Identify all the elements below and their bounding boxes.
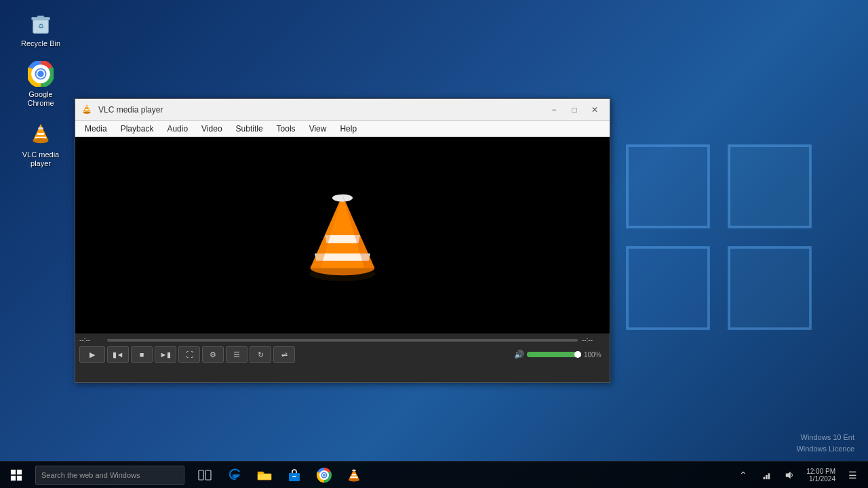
chrome-label: Google Chrome xyxy=(16,90,65,108)
menu-help[interactable]: Help xyxy=(333,121,363,136)
taskbar-chrome[interactable] xyxy=(309,462,339,488)
vlc-video-area xyxy=(75,137,610,333)
svg-rect-40 xyxy=(258,474,271,480)
taskbar-search[interactable] xyxy=(35,466,184,485)
svg-rect-52 xyxy=(764,476,766,479)
vlc-cone-logo xyxy=(295,188,390,283)
svg-marker-48 xyxy=(350,476,358,479)
win10-watermark: Windows 10 Ent Windows Licence xyxy=(796,432,854,454)
vlc-volume-label: 100% xyxy=(584,351,606,359)
vlc-volume-bar[interactable] xyxy=(527,352,581,357)
taskbar-network-icon[interactable] xyxy=(756,465,776,485)
svg-point-19 xyxy=(33,138,49,143)
taskbar-file-explorer[interactable] xyxy=(250,462,279,488)
svg-point-46 xyxy=(323,474,326,476)
taskbar-date: 1/1/2024 xyxy=(809,475,835,483)
svg-rect-39 xyxy=(205,470,211,480)
vlc-desktop-label: VLC media player xyxy=(16,150,65,168)
loop-button[interactable]: ↻ xyxy=(250,346,271,363)
vlc-buttons-row: ▶ ▮◄ ■ ►▮ ⛶ ⚙ ☰ ↻ ⇌ 🔊 100% xyxy=(79,346,606,363)
svg-marker-30 xyxy=(325,235,360,243)
vlc-volume-fill xyxy=(527,352,581,357)
vlc-desktop-icon[interactable]: VLC media player xyxy=(14,118,68,171)
vlc-title-icon xyxy=(81,104,93,116)
svg-point-25 xyxy=(85,106,88,107)
svg-rect-42 xyxy=(292,476,296,477)
svg-rect-7 xyxy=(729,247,810,329)
menu-subtitle[interactable]: Subtitle xyxy=(229,121,270,136)
vlc-controls: --:-- --:-- ▶ ▮◄ ■ ►▮ ⛶ ⚙ ☰ ↻ ⇌ 🔊 xyxy=(75,333,610,382)
recycle-bin-image: ♻ xyxy=(27,9,54,37)
taskbar-task-view[interactable] xyxy=(190,462,220,488)
menu-view[interactable]: View xyxy=(302,121,334,136)
vlc-progress-row: --:-- --:-- xyxy=(79,336,606,344)
taskbar-store[interactable] xyxy=(279,462,309,488)
search-input[interactable] xyxy=(41,471,178,479)
taskbar: ⌃ 12:00 PM 1/1/2024 xyxy=(0,461,868,488)
taskbar-notification-icon[interactable]: ☰ xyxy=(842,465,863,485)
desktop: ♻ Recycle Bin xyxy=(0,0,868,488)
vlc-volume-section: 🔊 100% xyxy=(514,350,606,359)
vlc-volume-handle xyxy=(574,351,581,358)
taskbar-edge[interactable] xyxy=(220,462,250,488)
taskbar-apps xyxy=(190,462,369,488)
chrome-image xyxy=(27,60,54,87)
playlist-button[interactable]: ☰ xyxy=(226,346,248,363)
svg-rect-37 xyxy=(17,475,22,480)
svg-rect-38 xyxy=(199,470,203,480)
svg-rect-53 xyxy=(766,475,768,479)
next-button[interactable]: ►▮ xyxy=(155,346,176,363)
vlc-window-controls: − □ ✕ xyxy=(545,102,604,117)
svg-rect-10 xyxy=(37,16,44,18)
stop-button[interactable]: ■ xyxy=(131,346,153,363)
random-button[interactable]: ⇌ xyxy=(273,346,295,363)
svg-point-51 xyxy=(352,469,356,470)
close-button[interactable]: ✕ xyxy=(585,102,604,117)
taskbar-right: ⌃ 12:00 PM 1/1/2024 xyxy=(733,465,868,485)
svg-rect-5 xyxy=(729,146,810,227)
recycle-bin-icon[interactable]: ♻ Recycle Bin xyxy=(14,7,68,51)
taskbar-clock[interactable]: 12:00 PM 1/1/2024 xyxy=(802,468,840,483)
menu-audio[interactable]: Audio xyxy=(160,121,195,136)
menu-media[interactable]: Media xyxy=(78,121,114,136)
svg-point-32 xyxy=(332,195,353,202)
svg-point-50 xyxy=(349,478,359,481)
svg-rect-54 xyxy=(768,473,770,479)
desktop-icons: ♻ Recycle Bin xyxy=(14,7,68,171)
fullscreen-button[interactable]: ⛶ xyxy=(178,346,200,363)
taskbar-time: 12:00 PM xyxy=(806,468,835,475)
vlc-title-text: VLC media player xyxy=(98,105,545,115)
svg-rect-6 xyxy=(627,247,709,329)
svg-rect-4 xyxy=(627,146,709,227)
minimize-button[interactable]: − xyxy=(545,102,564,117)
taskbar-volume-icon[interactable] xyxy=(779,465,800,485)
vlc-desktop-image xyxy=(27,121,54,148)
svg-marker-49 xyxy=(352,474,356,476)
volume-icon: 🔊 xyxy=(514,350,524,359)
vlc-window: VLC media player − □ ✕ Media Playback Au… xyxy=(75,98,610,383)
win10-line2: Windows Licence xyxy=(796,443,854,455)
prev-button[interactable]: ▮◄ xyxy=(107,346,129,363)
svg-text:♻: ♻ xyxy=(38,22,44,30)
vlc-menubar: Media Playback Audio Video Subtitle Tool… xyxy=(75,121,610,137)
menu-playback[interactable]: Playback xyxy=(114,121,161,136)
google-chrome-icon[interactable]: Google Chrome xyxy=(14,58,68,110)
svg-rect-34 xyxy=(11,469,16,474)
taskbar-vlc[interactable] xyxy=(339,462,369,488)
mixer-button[interactable]: ⚙ xyxy=(202,346,224,363)
menu-video[interactable]: Video xyxy=(195,121,229,136)
svg-point-15 xyxy=(37,70,44,77)
menu-tools[interactable]: Tools xyxy=(270,121,302,136)
recycle-bin-label: Recycle Bin xyxy=(21,39,60,48)
taskbar-chevron[interactable]: ⌃ xyxy=(733,465,753,485)
vlc-progress-bar[interactable] xyxy=(107,339,578,342)
svg-rect-41 xyxy=(289,473,300,481)
start-button[interactable] xyxy=(0,462,33,488)
svg-marker-17 xyxy=(37,133,44,135)
svg-rect-35 xyxy=(17,469,22,474)
play-button[interactable]: ▶ xyxy=(79,346,105,363)
maximize-button[interactable]: □ xyxy=(565,102,584,117)
win10-line1: Windows 10 Ent xyxy=(796,432,854,443)
svg-point-20 xyxy=(38,127,43,129)
vlc-time-right: --:-- xyxy=(582,336,606,344)
